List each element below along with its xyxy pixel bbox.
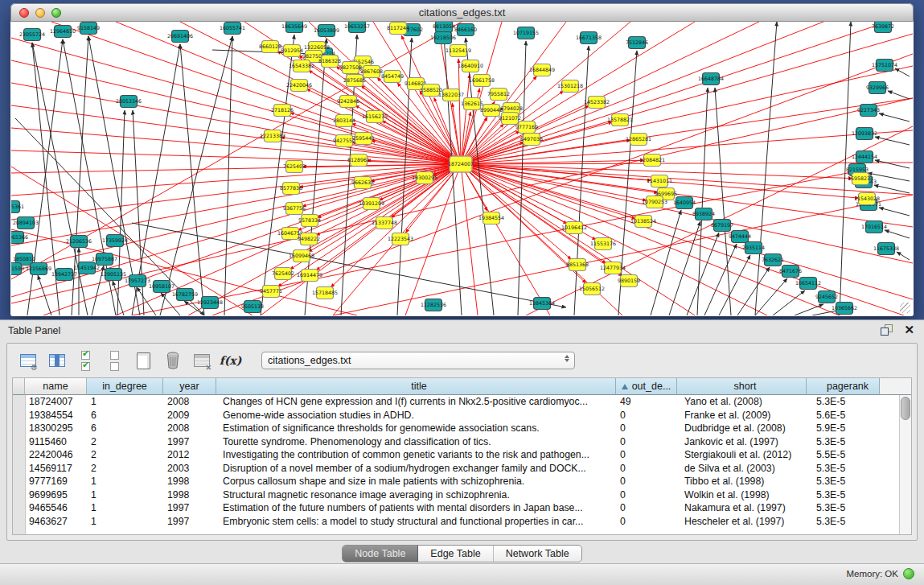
column-visibility-icon[interactable] xyxy=(46,350,68,372)
table-cell[interactable]: 9463627 xyxy=(25,515,87,529)
citation-edge-black[interactable] xyxy=(160,36,232,315)
table-cell[interactable]: 22420046 xyxy=(25,448,87,462)
new-table-icon[interactable] xyxy=(133,350,154,372)
table-cell[interactable]: Corpus callosum shape and size in male p… xyxy=(216,475,616,488)
citation-edge-black[interactable] xyxy=(879,208,910,216)
table-selector-dropdown[interactable]: citations_edges.txt xyxy=(261,352,575,369)
table-cell[interactable]: 5.5E-5 xyxy=(807,448,880,462)
table-row[interactable]: 969969511998Structural magnetic resonanc… xyxy=(25,488,899,502)
table-cell[interactable]: 0 xyxy=(616,515,677,529)
table-cell[interactable]: 2008 xyxy=(163,422,216,435)
citation-edge-black[interactable] xyxy=(875,137,910,145)
table-row[interactable]: 1830029562008Estimation of significance … xyxy=(25,422,899,435)
citation-edge-red[interactable] xyxy=(309,164,461,252)
table-cell[interactable]: Jankovic et al. (1997) xyxy=(677,435,807,449)
table-cell[interactable]: 18724007 xyxy=(25,395,87,409)
citation-edge-black[interactable] xyxy=(897,252,910,260)
table-cell[interactable]: 1998 xyxy=(163,475,216,488)
table-cell[interactable]: 5.3E-5 xyxy=(807,435,880,449)
citation-edge-black[interactable] xyxy=(117,110,125,315)
table-cell[interactable]: 1 xyxy=(87,515,163,529)
table-row[interactable]: 911546021997Tourette syndrome. Phenomeno… xyxy=(25,435,899,449)
tab-network-table[interactable]: Network Table xyxy=(494,546,581,562)
table-cell[interactable]: Franke et al. (2009) xyxy=(677,409,807,422)
table-cell[interactable]: 5.3E-5 xyxy=(807,462,880,476)
table-cell[interactable]: 1998 xyxy=(163,488,216,502)
table-cell[interactable]: 1997 xyxy=(163,515,216,529)
table-row[interactable]: 1872400712008Changes of HCN gene express… xyxy=(25,395,899,409)
table-cell[interactable]: 9777169 xyxy=(25,475,87,488)
citation-edge-red[interactable] xyxy=(51,22,461,164)
citation-edge-black[interactable] xyxy=(875,160,910,168)
column-header-short[interactable]: short xyxy=(677,378,807,395)
table-cell[interactable]: Estimation of significance thresholds fo… xyxy=(216,422,616,435)
citation-edge-black[interactable] xyxy=(874,185,910,193)
scrollbar-thumb[interactable] xyxy=(901,397,910,420)
table-cell[interactable]: 6 xyxy=(87,422,163,435)
citation-edge-black[interactable] xyxy=(895,68,910,76)
citation-edge-black[interactable] xyxy=(888,91,910,99)
table-scrollbar[interactable] xyxy=(899,395,911,534)
table-cell[interactable]: Yano et al. (2008) xyxy=(677,395,807,409)
table-cell[interactable]: Hescheler et al. (1997) xyxy=(677,515,807,529)
citation-edge-red[interactable] xyxy=(11,167,253,315)
column-header-year[interactable]: year xyxy=(163,378,216,395)
table-row[interactable]: 946554611997Estimation of the future num… xyxy=(25,501,899,515)
table-cell[interactable]: 5.3E-5 xyxy=(807,501,880,515)
table-cell[interactable]: 0 xyxy=(616,435,677,449)
table-cell[interactable]: 2012 xyxy=(163,448,216,462)
table-cell[interactable]: Tourette syndrome. Phenomenology and cla… xyxy=(216,435,616,449)
table-cell[interactable]: 49 xyxy=(616,395,677,409)
table-row[interactable]: 2242004622012Investigating the contribut… xyxy=(25,448,899,462)
citation-edge-black[interactable] xyxy=(885,230,910,238)
table-row[interactable]: 1938455462009Genome-wide association stu… xyxy=(25,409,899,422)
network-window-titlebar[interactable]: citations_edges.txt xyxy=(10,3,914,22)
table-cell[interactable]: Embryonic stem cells: a model to study s… xyxy=(216,515,616,529)
table-cell[interactable]: 2 xyxy=(87,462,163,476)
table-cell[interactable]: 1 xyxy=(87,501,163,515)
table-cell[interactable]: 9699695 xyxy=(25,488,87,502)
table-cell[interactable]: 5.6E-5 xyxy=(807,409,880,422)
table-cell[interactable]: 18300295 xyxy=(25,422,87,435)
table-cell[interactable]: 19384554 xyxy=(25,409,87,422)
citation-edge-red[interactable] xyxy=(405,164,461,315)
table-cell[interactable]: Estimation of the future numbers of pati… xyxy=(216,501,616,515)
memory-status-indicator[interactable] xyxy=(903,568,914,579)
citation-edge-black[interactable] xyxy=(224,36,232,315)
column-header-title[interactable]: title xyxy=(216,378,616,395)
column-header-in_degree[interactable]: in_degree xyxy=(87,378,163,395)
table-cell[interactable]: 5.3E-5 xyxy=(807,395,880,409)
table-cell[interactable]: de Silva et al. (2003) xyxy=(677,462,807,476)
citation-edge-red[interactable] xyxy=(11,150,461,164)
table-cell[interactable]: 14569117 xyxy=(25,462,87,476)
citation-edge-black[interactable] xyxy=(737,267,770,315)
table-row[interactable]: 977716911998Corpus callosum shape and si… xyxy=(25,475,899,488)
close-panel-icon[interactable]: ✕ xyxy=(904,324,914,336)
table-cell[interactable]: 0 xyxy=(616,448,677,462)
table-cell[interactable]: 0 xyxy=(616,409,677,422)
citation-edge-red[interactable] xyxy=(11,105,461,164)
float-panel-icon[interactable] xyxy=(881,324,893,336)
table-cell[interactable]: 2009 xyxy=(163,409,216,422)
table-cell[interactable]: 0 xyxy=(616,422,677,435)
function-builder-icon[interactable]: f(x) xyxy=(220,350,241,372)
select-all-icon[interactable] xyxy=(75,350,97,372)
table-cell[interactable]: 9465546 xyxy=(25,501,87,515)
table-cell[interactable]: 9115460 xyxy=(25,435,87,449)
window-resize-grip[interactable] xyxy=(900,303,910,313)
delete-table-icon[interactable] xyxy=(162,350,183,372)
table-row[interactable]: 946362711997Embryonic stem cells: a mode… xyxy=(25,515,899,529)
citation-edge-black[interactable] xyxy=(697,88,708,315)
citation-edge-red[interactable] xyxy=(461,164,478,315)
table-cell[interactable]: 1 xyxy=(87,488,163,502)
citation-edge-black[interactable] xyxy=(755,22,777,315)
table-cell[interactable]: 5.3E-5 xyxy=(807,515,880,529)
tab-edge-table[interactable]: Edge Table xyxy=(418,546,493,562)
tab-node-table[interactable]: Node Table xyxy=(343,546,418,562)
table-cell[interactable]: 1997 xyxy=(163,501,216,515)
table-cell[interactable]: 2 xyxy=(87,435,163,449)
table-cell[interactable]: 5.3E-5 xyxy=(807,488,880,502)
citation-edge-black[interactable] xyxy=(704,244,737,315)
table-cell[interactable]: 5.3E-5 xyxy=(807,475,880,488)
citation-edge-red[interactable] xyxy=(461,164,767,315)
